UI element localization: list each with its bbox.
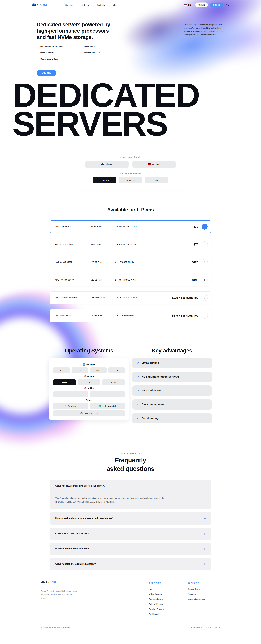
plan-storage: 2 x 3.84 TB SSD NVMe [115, 278, 138, 282]
plan-ram: 128 GB RAM [91, 261, 111, 264]
plus-icon: + [204, 547, 206, 550]
feature-item: Guaranteed 1 Gbps [37, 58, 63, 60]
plan-order-button[interactable] [202, 259, 208, 265]
faq-question-toggle[interactable]: Is traffic on the server limited? + [50, 543, 211, 555]
footer-link-telegram[interactable]: Telegram [188, 593, 220, 595]
plan-price: $125 [192, 261, 198, 264]
hero-title: Dedicated servers powered by high-perfor… [37, 22, 110, 40]
plan-row-i7-7700[interactable]: Intel Core i7-7700 64 GB RAM 2 x 512 GB … [50, 220, 211, 233]
language-selector[interactable]: EN [184, 4, 193, 6]
alma-linux-icon [64, 405, 67, 407]
buy-now-button[interactable]: Buy now [37, 70, 56, 76]
check-icon [137, 403, 139, 406]
os-windows-2022[interactable]: 2022 [90, 368, 107, 373]
period-3-months[interactable]: 3 months [93, 177, 117, 184]
plan-row-i9-9900k[interactable]: Intel Core i9-9900K 128 GB RAM 2 x 1 TB … [50, 256, 211, 269]
plan-row-ryzen9-5950x[interactable]: AMD Ryzen 9 5950X 128 GB RAM 2 x 3.84 TB… [50, 274, 211, 286]
check-icon [137, 389, 139, 392]
plan-price: $75 [194, 243, 198, 246]
faq-question-toggle[interactable]: Can I reinstall the operating system? + [50, 558, 211, 570]
header: CSRDP Services Partners Contacts Info EN… [0, 0, 261, 10]
plan-cpu: AMD Ryzen 9 7950X3D [55, 296, 86, 299]
cloud-logo-icon [41, 580, 45, 584]
os-group-ubuntu: Ubuntu [53, 375, 125, 378]
footer-link-home[interactable]: Home [149, 588, 188, 590]
feature-item: Unlimited workload [79, 51, 100, 54]
plan-cpu: Intel Core i9-9900K [55, 261, 86, 264]
privacy-policy-link[interactable]: Privacy Policy [191, 626, 202, 628]
plan-row-ryzen9-7950x3d[interactable]: AMD Ryzen 9 7950X3D 128 RAM DDR5 2 x 1.9… [50, 292, 211, 304]
location-germany[interactable]: Germany [132, 161, 176, 168]
hero-description: Full control, high performance, and guar… [183, 23, 224, 76]
os-windows-2019[interactable]: 2019 [72, 368, 88, 373]
plan-order-button[interactable] [202, 242, 208, 248]
footer-link-support-email[interactable]: support@csrdp.host [188, 598, 220, 600]
sign-up-button[interactable]: Sign up [210, 2, 223, 7]
nav-partners[interactable]: Partners [81, 4, 89, 6]
cloud-logo-icon [32, 3, 36, 6]
sign-in-button[interactable]: Sign in [195, 2, 208, 7]
main-nav: Services Partners Contacts Info [65, 4, 116, 6]
os-debian-11[interactable]: 11 [53, 391, 88, 397]
footer-link-dashboard[interactable]: Dashboard [149, 613, 188, 615]
advantage-item: Easy management [132, 399, 212, 410]
plan-price: $70 [194, 225, 198, 228]
os-ubuntu-2204[interactable]: 22.04 [78, 379, 101, 385]
os-windows-10[interactable]: 10 [108, 368, 125, 373]
service-selector-card: Select location of service Finland Germa… [76, 150, 185, 190]
footer-link-dedicated-servers[interactable]: Dedicated Servers [149, 598, 188, 600]
dark-mode-toggle[interactable] [226, 4, 229, 6]
footer-link-support-ticket[interactable]: Support Ticket [188, 588, 220, 590]
plan-cpu: AMD Ryzen 5 3600 [55, 243, 86, 246]
period-6-months[interactable]: 6 months [119, 177, 142, 184]
plan-order-button[interactable] [202, 277, 208, 283]
tariffs-heading: Available tariff Plans [0, 207, 261, 213]
minus-icon: − [204, 484, 206, 488]
plan-row-ryzen5-3600[interactable]: AMD Ryzen 5 3600 64 GB RAM 2 x 512 GB SS… [50, 238, 211, 251]
plan-ram: 64 GB RAM [91, 225, 111, 228]
footer-overview-heading: OVERVIEW [149, 582, 188, 584]
plan-row-epyc-9454[interactable]: AMD EPYC 9454 256 GB RAM 2 x 2 TB SSD NV… [50, 309, 211, 322]
nav-services[interactable]: Services [65, 4, 73, 6]
os-centos[interactable]: CentOS: 8, 9, 10 [53, 410, 125, 416]
plus-icon: + [204, 517, 206, 520]
check-icon [37, 51, 39, 54]
logo[interactable]: CSRDP [32, 3, 48, 7]
footer-link-reseller-program[interactable]: Reseller Program [149, 608, 188, 610]
tariff-plans-list: Intel Core i7-7700 64 GB RAM 2 x 512 GB … [50, 220, 211, 322]
nav-info[interactable]: Info [113, 4, 116, 6]
plan-cpu: AMD Ryzen 9 5950X [55, 278, 86, 282]
faq-item-activation-time: How long does it take to activate a dedi… [50, 512, 211, 524]
plan-price: $445 + $45 setup fee [172, 314, 198, 317]
os-heading: Operating Systems [49, 348, 129, 354]
moon-icon [226, 4, 229, 6]
os-rocky-linux[interactable]: Rocky Linux: 8, 9 [90, 403, 125, 409]
plan-order-button[interactable] [202, 224, 208, 230]
nav-contacts[interactable]: Contacts [97, 4, 105, 6]
os-ubuntu-2004[interactable]: 20.04 [53, 379, 76, 385]
faq-question-toggle[interactable]: Can I run an Android emulator on the ser… [50, 480, 211, 492]
advantage-item: Fast activation [132, 386, 212, 396]
os-alma-linux[interactable]: Alma Linux [53, 403, 88, 409]
terms-conditions-link[interactable]: Terms & Conditions [205, 626, 220, 628]
footer-logo[interactable]: CSRDP [41, 580, 149, 584]
footer-link-virtual-servers[interactable]: Virtual Servers [149, 593, 188, 595]
os-windows-2016[interactable]: 2016 [53, 368, 70, 373]
os-group-debian: Debian [53, 387, 125, 390]
faq-section: HELP & SUPPORT Frequently asked question… [0, 452, 261, 570]
plan-order-button[interactable] [202, 312, 208, 318]
os-debian-12[interactable]: 12 [90, 391, 125, 397]
period-1-year[interactable]: 1 year [144, 177, 168, 184]
faq-question-toggle[interactable]: Can I add an extra IP address? + [50, 528, 211, 540]
plan-order-button[interactable] [202, 295, 208, 301]
plan-ram: 128 RAM DDR5 [91, 296, 111, 299]
footer-link-referral-program[interactable]: Referral Program [149, 603, 188, 605]
plan-storage: 2 x 2 TB SSD NVME [115, 314, 138, 317]
faq-eyebrow: HELP & SUPPORT [0, 452, 261, 454]
period-options: 3 months 6 months 1 year [85, 177, 176, 184]
chevron-right-icon [204, 297, 206, 299]
legal-separator: • [203, 626, 204, 628]
faq-question-toggle[interactable]: How long does it take to activate a dedi… [50, 512, 211, 524]
location-finland[interactable]: Finland [85, 161, 129, 168]
os-ubuntu-2404[interactable]: 24.04 [102, 379, 125, 385]
